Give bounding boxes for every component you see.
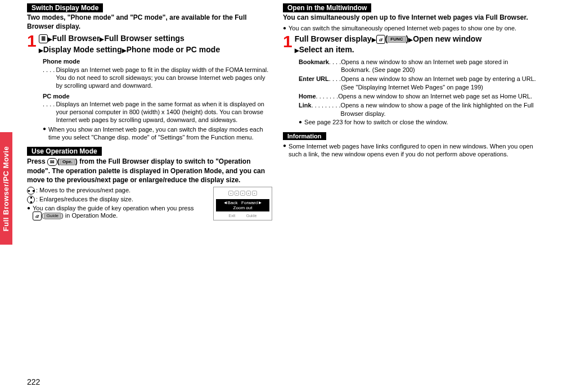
def-dots: . . . .	[329, 58, 341, 74]
open-intro: You can simultaneously open up to five I…	[283, 13, 537, 22]
op-lr-text: : Moves to the previous/next page.	[36, 187, 130, 193]
nav-full-browser: Full Browser	[52, 34, 100, 43]
def-bookmark: Bookmark. . . .Opens a new window to sho…	[299, 58, 537, 74]
def-enter-url: Enter URL. . . .Opens a new window to sh…	[299, 75, 537, 91]
pc-mode-dots: . . . .	[43, 100, 55, 124]
op-ud-row: : Enlarges/reduces the display size.	[27, 196, 210, 204]
bullet-icon: ●	[283, 25, 286, 31]
nav-full-browser-display: Full Browser display	[295, 34, 372, 43]
op-guide-c: ) in Operation Mode.	[61, 212, 118, 219]
def-term: Home	[299, 92, 316, 100]
see-page-row: ● See page 223 for how to switch or clos…	[299, 119, 537, 125]
bullet-icon: ●	[283, 142, 286, 149]
switch-modes-block: Phone mode . . . . Displays an Internet …	[43, 57, 272, 141]
use-intro: Press ✉(Ope.) from the Full Browser disp…	[27, 157, 272, 184]
page-number: 222	[27, 377, 40, 386]
op-ud-text: : Enlarges/reduces the display size.	[36, 196, 133, 202]
right-column: Open in the Multiwindow You can simultan…	[280, 3, 544, 220]
guide-back: ◄Back	[223, 200, 238, 205]
use-intro-a: Press	[27, 157, 47, 165]
switch-step: 1 ▶Full Browser▶Full Browser settings ▶D…	[27, 33, 272, 55]
nav-full-browser-settings: Full Browser settings	[104, 34, 184, 43]
pc-mode-row: . . . . Displays an Internet web page in…	[43, 100, 272, 124]
guide-guide: Guide	[246, 214, 257, 218]
nav-select-item: Select an item.	[299, 45, 354, 54]
open-step: 1 Full Browser display▶(FUNC)▶Open new w…	[283, 34, 537, 56]
guide-middle: ◄Back Forward► Zoom out	[216, 199, 269, 211]
left-column: Switch Display Mode Two modes, "Phone mo…	[16, 3, 280, 220]
nav-arrow-icon: ▶	[408, 37, 413, 43]
bullet-icon: ●	[27, 205, 30, 211]
def-desc: Opens a new window to show an Internet w…	[341, 58, 537, 74]
nav-arrow-icon: ▶	[39, 47, 43, 53]
pc-mode-desc: Displays an Internet web page in the sam…	[56, 100, 272, 124]
guide-zoom: Zoom out	[217, 205, 268, 210]
alpha-key-icon	[33, 211, 42, 220]
open-bullet-text: You can switch the simultaneously opened…	[289, 25, 516, 31]
def-desc: Opens a new window to show an Internet w…	[338, 92, 532, 100]
op-guide-text: You can display the guide of key operati…	[33, 205, 193, 220]
step-number: 1	[283, 34, 292, 49]
information-heading: Information	[283, 132, 326, 140]
bullet-icon: ●	[43, 125, 46, 132]
guide-forward: Forward►	[241, 200, 262, 205]
def-link: Link . . . . . . . . .Opens a new window…	[299, 101, 537, 118]
phone-mode-row: . . . . Displays an Internet web page to…	[43, 66, 272, 90]
nav-open-new-window: Open new window	[413, 34, 481, 43]
switch-display-mode-heading: Switch Display Mode	[27, 3, 103, 12]
alpha-key-icon	[39, 34, 48, 43]
alpha-key-icon	[376, 35, 385, 44]
step-number: 1	[27, 33, 37, 49]
nav-arrow-icon: ▶	[295, 47, 299, 53]
def-dots: . . . . . . . . .	[312, 101, 341, 118]
pc-mode-label: PC mode	[43, 92, 272, 100]
page-content: Switch Display Mode Two modes, "Phone mo…	[0, 0, 563, 220]
nav-arrow-icon: ▶	[48, 36, 52, 42]
nav-display-mode-setting: Display Mode setting	[43, 45, 122, 54]
joystick-lr-icon	[27, 187, 35, 195]
open-bullet-row: ● You can switch the simultaneously open…	[283, 25, 537, 31]
def-desc: Opens a new window to show an Internet w…	[341, 75, 537, 91]
joystick-ud-icon	[27, 196, 35, 204]
step-body: ▶Full Browser▶Full Browser settings ▶Dis…	[39, 33, 272, 55]
def-home: Home. . . . . . .Opens a new window to s…	[299, 92, 537, 100]
phone-mode-label: Phone mode	[43, 57, 272, 65]
switch-intro: Two modes, "Phone mode" and "PC mode", a…	[27, 13, 272, 31]
guide-exit: Exit	[229, 214, 236, 218]
def-term: Link	[299, 101, 312, 118]
nav-arrow-icon: ▶	[372, 37, 376, 43]
operation-guide-preview: ◦◦◦◦◦ ◄Back Forward► Zoom out Exit Guide	[213, 187, 272, 220]
op-guide-a: You can display the guide of key operati…	[33, 205, 193, 211]
definitions-block: Bookmark. . . .Opens a new window to sho…	[299, 58, 537, 125]
def-desc: Opens a new window to show a page of the…	[341, 101, 537, 118]
phone-mode-desc: Displays an Internet web page to fit in …	[56, 66, 272, 90]
bullet-icon: ●	[299, 119, 302, 125]
information-text: Some Internet web pages have links confi…	[289, 142, 534, 159]
nav-arrow-icon: ▶	[122, 47, 127, 53]
sidebar-tab: Full Browser/PC Movie	[0, 132, 12, 245]
def-term: Bookmark	[299, 58, 329, 74]
phone-mode-dots: . . . .	[43, 66, 55, 90]
switch-bullet-row: ● When you show an Internet web page, yo…	[43, 125, 272, 142]
def-dots: . . . . . . .	[316, 92, 339, 100]
def-term: Enter URL	[299, 75, 329, 91]
op-guide-row: ● You can display the guide of key opera…	[27, 205, 210, 220]
def-dots: . . . .	[329, 75, 341, 91]
open-multiwindow-heading: Open in the Multiwindow	[283, 3, 371, 12]
func-softkey-label: FUNC	[388, 36, 406, 43]
nav-phone-or-pc-mode: Phone mode or PC mode	[127, 45, 220, 54]
information-body: ● Some Internet web pages have links con…	[283, 142, 537, 159]
use-operation-mode-heading: Use Operation Mode	[27, 147, 102, 156]
guide-softkey-label: Guide	[44, 213, 61, 219]
mail-key-icon: ✉	[47, 158, 57, 166]
ope-softkey-label: Ope.	[60, 159, 75, 165]
step-body: Full Browser display▶(FUNC)▶Open new win…	[295, 34, 537, 56]
op-lr-row: : Moves to the previous/next page.	[27, 187, 210, 195]
sidebar-tab-label: Full Browser/PC Movie	[2, 146, 11, 231]
switch-bullet-text: When you show an Internet web page, you …	[48, 125, 272, 142]
see-page-text: See page 223 for how to switch or close …	[304, 119, 448, 125]
